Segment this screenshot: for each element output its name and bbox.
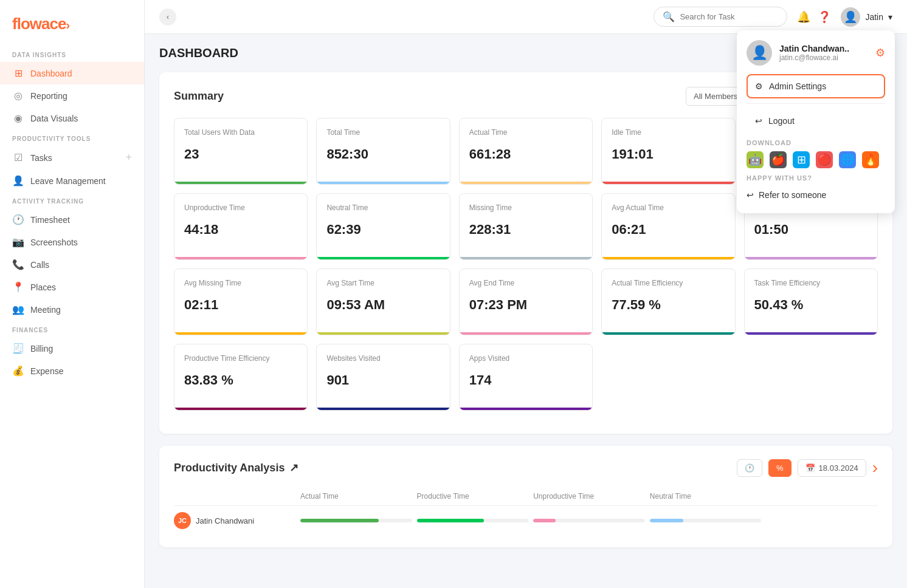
metric-card-task-time-efficiency: Task Time Efficiency 50.43 % [744, 268, 878, 335]
calls-icon: 📞 [12, 259, 24, 270]
billing-icon: 🧾 [12, 343, 24, 354]
apple-icon[interactable]: 🍎 [770, 151, 787, 168]
metric-label: Total Time [326, 128, 440, 137]
sidebar-item-reporting[interactable]: ◎ Reporting [0, 84, 144, 107]
metric-card-apps-visited: Apps Visited 174 [459, 344, 593, 411]
members-filter-label: All Members [694, 92, 737, 101]
sidebar-sections: DATA INSIGHTS ⊞ Dashboard ◎ Reporting ◉ … [0, 46, 144, 382]
metric-value: 901 [326, 372, 440, 388]
analysis-calendar-icon: 📅 [805, 463, 815, 473]
percent-filter-btn[interactable]: % [768, 459, 791, 477]
sidebar-section-label: ACTIVITY TRACKING [0, 192, 144, 208]
metric-label: Productive Time Efficiency [184, 354, 297, 363]
chrome-icon[interactable]: 🌐 [839, 151, 856, 168]
metric-bar [174, 257, 307, 259]
metric-value: 83.83 % [184, 372, 297, 388]
add-icon[interactable]: + [125, 151, 132, 164]
metric-label: Task Time Efficiency [754, 279, 867, 287]
sidebar-item-places[interactable]: 📍 Places [0, 276, 144, 298]
reporting-icon: ◎ [12, 90, 24, 101]
sidebar-item-label: Screenshots [30, 238, 78, 247]
ubuntu-icon[interactable]: 🔴 [816, 151, 833, 168]
sidebar-item-data-visuals[interactable]: ◉ Data Visuals [0, 107, 144, 129]
collapse-button[interactable]: ‹ [159, 9, 176, 26]
sidebar-item-label: Tasks [30, 153, 52, 163]
metric-card-actual-time: Actual Time 661:28 [459, 118, 593, 185]
sidebar-item-label: Meeting [30, 305, 61, 315]
admin-settings-item[interactable]: ⚙ Admin Settings [747, 74, 885, 98]
metric-bar [602, 257, 734, 259]
analysis-date-picker[interactable]: 📅 18.03.2024 [798, 459, 866, 477]
tasks-icon: ☑ [12, 152, 24, 163]
sidebar-item-meeting[interactable]: 👥 Meeting [0, 298, 144, 321]
metric-bar [460, 332, 592, 335]
notification-icon[interactable]: 🔔 [797, 10, 810, 24]
dashboard-icon: ⊞ [12, 67, 24, 79]
sidebar: flowace› DATA INSIGHTS ⊞ Dashboard ◎ Rep… [0, 0, 145, 588]
sidebar-item-calls[interactable]: 📞 Calls [0, 253, 144, 276]
metric-card-productive-time-efficiency: Productive Time Efficiency 83.83 % [174, 344, 308, 411]
sidebar-item-leave-management[interactable]: 👤 Leave Management [0, 169, 144, 192]
sidebar-item-label: Calls [30, 260, 49, 270]
user-menu-button[interactable]: 👤 Jatin ▾ [841, 7, 892, 27]
places-icon: 📍 [12, 281, 24, 293]
clock-filter-btn[interactable]: 🕐 [737, 459, 762, 477]
user-dropdown-menu: 👤 Jatin Chandwan.. jatin.c@flowace.ai ⚙ … [737, 30, 895, 213]
metric-label: Websites Visited [326, 354, 440, 363]
divider [747, 103, 885, 104]
help-icon[interactable]: ❓ [818, 10, 831, 24]
metric-bar [174, 332, 307, 335]
admin-settings-label: Admin Settings [769, 81, 826, 91]
col-unproductive-time: Unproductive Time [533, 492, 645, 501]
sidebar-item-timesheet[interactable]: 🕐 Timesheet [0, 208, 144, 231]
logout-item[interactable]: ↩ Logout [747, 109, 885, 133]
data-visuals-icon: ◉ [12, 112, 24, 124]
sidebar-item-expense[interactable]: 💰 Expense [0, 360, 144, 382]
logo: flowace› [0, 10, 144, 46]
metric-value: 02:11 [184, 297, 297, 313]
sidebar-item-label: Reporting [30, 91, 67, 101]
search-input[interactable] [680, 12, 778, 21]
screenshots-icon: 📷 [12, 236, 24, 248]
gear-icon[interactable]: ⚙ [875, 46, 885, 60]
android-icon[interactable]: 🤖 [747, 151, 764, 168]
metric-value: 228:31 [469, 222, 582, 238]
sidebar-item-tasks[interactable]: ☑ Tasks + [0, 146, 144, 169]
search-icon: 🔍 [663, 11, 675, 22]
metrics-row-3: Avg Missing Time 02:11 Avg Start Time 09… [174, 268, 878, 335]
sidebar-item-label: Data Visuals [30, 114, 78, 123]
metric-value: 50.43 % [754, 297, 867, 313]
metric-label: Actual Time [469, 128, 582, 137]
metric-label: Total Users With Data [184, 128, 297, 137]
metric-value: 06:21 [612, 222, 725, 238]
analysis-date-label: 18.03.2024 [819, 463, 858, 473]
metric-label: Idle Time [612, 128, 725, 137]
search-bar[interactable]: 🔍 [654, 7, 787, 27]
windows-icon[interactable]: ⊞ [793, 151, 810, 168]
sidebar-item-screenshots[interactable]: 📷 Screenshots [0, 231, 144, 253]
metric-card-avg-end-time: Avg End Time 07:23 PM [459, 268, 593, 335]
refer-item[interactable]: ↩ Refer to someone [747, 186, 885, 203]
col-productive-time: Productive Time [417, 492, 529, 501]
sidebar-item-label: Leave Management [30, 176, 106, 186]
download-section-label: DOWNLOAD [747, 139, 885, 146]
metric-value: 852:30 [326, 146, 440, 162]
sidebar-item-dashboard[interactable]: ⊞ Dashboard [0, 62, 144, 84]
sidebar-section-label: FINANCES [0, 321, 144, 337]
metric-value: 174 [469, 372, 582, 388]
external-link-icon[interactable]: ↗ [289, 461, 298, 474]
metric-bar [460, 408, 592, 410]
percent-icon: % [776, 463, 784, 473]
sidebar-item-billing[interactable]: 🧾 Billing [0, 337, 144, 360]
metric-label: Missing Time [469, 203, 582, 212]
logo-flow: flow [12, 15, 41, 33]
metric-card-total-users-with-data: Total Users With Data 23 [174, 118, 308, 185]
metric-bar [602, 182, 734, 184]
meeting-icon: 👥 [12, 304, 24, 315]
expense-icon: 💰 [12, 365, 24, 377]
firefox-icon[interactable]: 🔥 [862, 151, 879, 168]
metric-value: 01:50 [754, 222, 867, 238]
metric-card-actual-time-efficiency: Actual Time Efficiency 77.59 % [601, 268, 735, 335]
productivity-analysis-title: Productivity Analysis [174, 462, 285, 474]
user-name: Jatin Chandwani [196, 516, 254, 525]
